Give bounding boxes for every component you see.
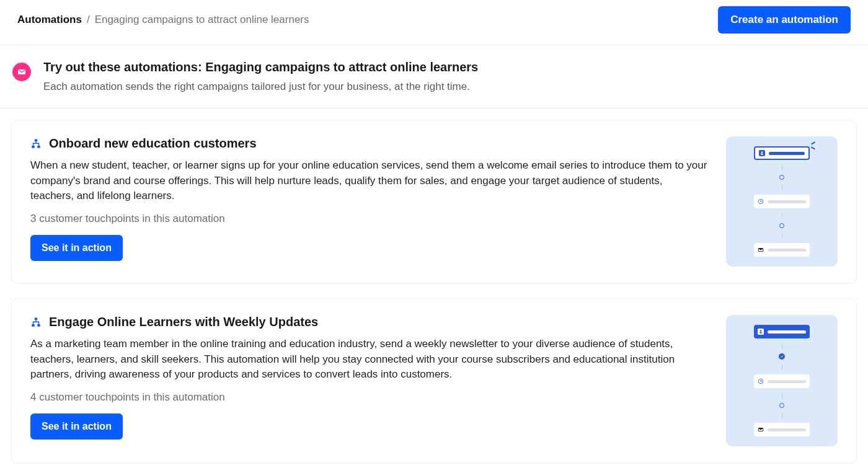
breadcrumb-root[interactable]: Automations [17,14,82,26]
person-icon [759,150,765,156]
connector-line [782,165,782,170]
svg-point-4 [761,151,763,153]
automation-card: Engage Online Learners with Weekly Updat… [11,298,857,463]
see-it-in-action-button[interactable]: See it in action [30,235,123,261]
intro-heading: Try out these automations: Engaging camp… [43,60,478,74]
connector-line [782,393,782,398]
clock-icon [758,198,764,205]
mail-icon [758,427,764,433]
svg-point-11 [760,330,762,332]
breadcrumb-current: Engaging campaigns to attract online lea… [95,14,309,26]
svg-rect-1 [35,139,38,141]
card-touchpoints: 4 customer touchpoints in this automatio… [30,391,707,404]
svg-rect-5 [761,154,763,155]
person-icon [758,329,764,335]
automation-thumbnail [726,136,838,267]
svg-rect-2 [32,146,35,148]
node-dot [779,175,784,180]
svg-rect-9 [32,324,35,327]
connector-line [782,185,782,190]
connector-line [782,233,782,238]
intro-subtext: Each automation sends the right campaign… [43,81,478,93]
clock-icon [758,378,764,384]
intro-section: Try out these automations: Engaging camp… [0,45,868,108]
automation-thumbnail [726,315,838,446]
flow-icon [30,138,42,149]
svg-rect-12 [760,332,762,334]
card-description: When a new student, teacher, or learner … [30,158,707,204]
envelope-badge-icon [12,63,31,81]
connector-line [782,213,782,218]
create-automation-button[interactable]: Create an automation [718,6,851,33]
card-touchpoints: 3 customer touchpoints in this automatio… [30,213,707,225]
see-it-in-action-button[interactable]: See it in action [30,413,123,440]
mail-icon [758,247,764,253]
automation-card: Onboard new education customers When a n… [11,120,857,283]
svg-rect-10 [37,324,40,327]
flow-icon [30,317,42,328]
check-dot-icon [779,353,785,360]
svg-rect-3 [37,146,40,148]
breadcrumb-separator: / [87,14,90,26]
card-title: Onboard new education customers [49,136,257,151]
cards-container: Onboard new education customers When a n… [0,108,868,473]
node-dot [779,403,784,408]
connector-line [782,343,782,348]
page-header: Automations / Engaging campaigns to attr… [0,0,868,45]
breadcrumb: Automations / Engaging campaigns to attr… [17,14,309,26]
card-description: As a marketing team member in the online… [30,337,707,382]
card-title: Engage Online Learners with Weekly Updat… [49,315,318,329]
connector-line [782,413,782,418]
node-dot [779,223,784,228]
svg-rect-8 [35,317,38,320]
connector-line [782,365,782,369]
